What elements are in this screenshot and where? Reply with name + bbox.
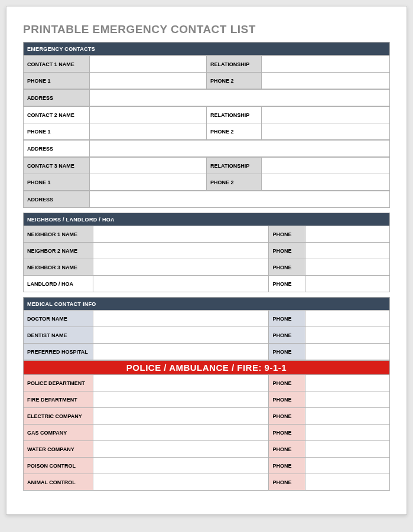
relationship-input[interactable]	[261, 158, 389, 174]
neighbor-name-input[interactable]	[93, 276, 269, 292]
phone-label: PHONE	[269, 441, 305, 458]
contact-name-label: CONTACT 3 NAME	[24, 158, 90, 174]
phone1-input[interactable]	[89, 123, 206, 140]
phone2-label: PHONE 2	[206, 174, 261, 191]
emergency-header: EMERGENCY CONTACTS	[24, 43, 390, 56]
service-name-input[interactable]	[93, 425, 269, 441]
medical-phone-input[interactable]	[305, 327, 390, 344]
medical-label: DENTIST NAME	[24, 327, 93, 344]
service-label: ANIMAL CONTROL	[24, 474, 93, 491]
medical-name-input[interactable]	[93, 344, 269, 360]
service-label: WATER COMPANY	[24, 441, 93, 458]
medical-phone-input[interactable]	[305, 311, 390, 327]
relationship-label: RELATIONSHIP	[206, 158, 261, 174]
phone-label: PHONE	[269, 311, 305, 327]
service-name-input[interactable]	[93, 408, 269, 425]
address-input[interactable]	[89, 90, 389, 106]
phone-label: PHONE	[269, 344, 305, 360]
service-label: FIRE DEPARTMENT	[24, 391, 93, 408]
relationship-label: RELATIONSHIP	[206, 107, 261, 123]
phone-label: PHONE	[269, 276, 305, 292]
phone1-input[interactable]	[89, 174, 206, 191]
service-name-input[interactable]	[93, 458, 269, 474]
phone-label: PHONE	[269, 408, 305, 425]
service-name-input[interactable]	[93, 441, 269, 458]
neighbors-header: NEIGHBORS / LANDLORD / HOA	[24, 213, 390, 226]
relationship-input[interactable]	[261, 56, 389, 73]
service-phone-input[interactable]	[305, 375, 390, 391]
service-label: ELECTRIC COMPANY	[24, 408, 93, 425]
service-phone-input[interactable]	[305, 408, 390, 425]
service-phone-input[interactable]	[305, 458, 390, 474]
services-header: POLICE / AMBULANCE / FIRE: 9-1-1	[24, 361, 390, 375]
services-table: POLICE / AMBULANCE / FIRE: 9-1-1 POLICE …	[23, 360, 390, 491]
phone-label: PHONE	[269, 458, 305, 474]
phone2-label: PHONE 2	[206, 73, 261, 89]
neighbor-label: NEIGHBOR 1 NAME	[24, 226, 93, 243]
medical-label: DOCTOR NAME	[24, 311, 93, 327]
relationship-label: RELATIONSHIP	[206, 56, 261, 73]
neighbor-name-input[interactable]	[93, 259, 269, 276]
medical-name-input[interactable]	[93, 327, 269, 344]
address-label: ADDRESS	[24, 191, 90, 208]
service-phone-input[interactable]	[305, 425, 390, 441]
phone2-input[interactable]	[261, 174, 389, 191]
phone-label: PHONE	[269, 226, 305, 243]
address-label: ADDRESS	[24, 90, 90, 106]
medical-phone-input[interactable]	[305, 344, 390, 360]
phone2-input[interactable]	[261, 73, 389, 89]
address-label: ADDRESS	[24, 141, 90, 157]
phone-label: PHONE	[269, 375, 305, 391]
medical-name-input[interactable]	[93, 311, 269, 327]
document-title: PRINTABLE EMERGENCY CONTACT LIST	[23, 23, 390, 36]
neighbor-phone-input[interactable]	[305, 243, 390, 259]
phone2-input[interactable]	[261, 123, 389, 140]
service-name-input[interactable]	[93, 474, 269, 491]
neighbor-label: NEIGHBOR 2 NAME	[24, 243, 93, 259]
service-label: POISON CONTROL	[24, 458, 93, 474]
neighbor-name-input[interactable]	[93, 226, 269, 243]
relationship-input[interactable]	[261, 107, 389, 123]
phone1-label: PHONE 1	[24, 123, 90, 140]
neighbor-phone-input[interactable]	[305, 259, 390, 276]
medical-table: MEDICAL CONTACT INFO DOCTOR NAME PHONE D…	[23, 297, 390, 360]
phone1-label: PHONE 1	[24, 73, 90, 89]
contact-name-input[interactable]	[89, 158, 206, 174]
phone-label: PHONE	[269, 259, 305, 276]
phone-label: PHONE	[269, 243, 305, 259]
neighbors-table: NEIGHBORS / LANDLORD / HOA NEIGHBOR 1 NA…	[23, 213, 390, 292]
service-name-input[interactable]	[93, 375, 269, 391]
service-label: POLICE DEPARTMENT	[24, 375, 93, 391]
phone-label: PHONE	[269, 474, 305, 491]
neighbor-label: LANDLORD / HOA	[24, 276, 93, 292]
emergency-contacts-table: EMERGENCY CONTACTS	[23, 42, 390, 56]
phone1-label: PHONE 1	[24, 174, 90, 191]
service-phone-input[interactable]	[305, 474, 390, 491]
address-input[interactable]	[89, 141, 389, 157]
phone-label: PHONE	[269, 425, 305, 441]
phone-label: PHONE	[269, 391, 305, 408]
neighbor-name-input[interactable]	[93, 243, 269, 259]
address-input[interactable]	[89, 191, 389, 208]
phone1-input[interactable]	[89, 73, 206, 89]
contact-name-input[interactable]	[89, 56, 206, 73]
phone-label: PHONE	[269, 327, 305, 344]
medical-header: MEDICAL CONTACT INFO	[24, 298, 390, 311]
medical-label: PREFERRED HOSPITAL	[24, 344, 93, 360]
neighbor-phone-input[interactable]	[305, 276, 390, 292]
service-phone-input[interactable]	[305, 441, 390, 458]
phone2-label: PHONE 2	[206, 123, 261, 140]
page: PRINTABLE EMERGENCY CONTACT LIST EMERGEN…	[6, 6, 407, 515]
contact-name-label: CONTACT 2 NAME	[24, 107, 90, 123]
service-name-input[interactable]	[93, 391, 269, 408]
neighbor-phone-input[interactable]	[305, 226, 390, 243]
service-label: GAS COMPANY	[24, 425, 93, 441]
contact-name-label: CONTACT 1 NAME	[24, 56, 90, 73]
neighbor-label: NEIGHBOR 3 NAME	[24, 259, 93, 276]
service-phone-input[interactable]	[305, 391, 390, 408]
contact-name-input[interactable]	[89, 107, 206, 123]
